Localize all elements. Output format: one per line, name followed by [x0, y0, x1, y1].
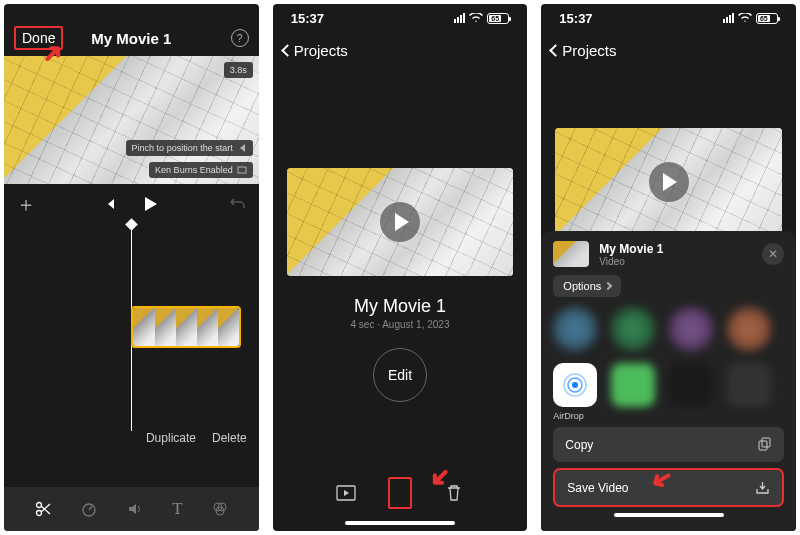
contacts-row	[553, 307, 784, 351]
detail-header: Projects	[541, 32, 796, 68]
contact-avatar[interactable]	[669, 307, 713, 351]
svg-point-8	[572, 382, 578, 388]
svg-rect-11	[759, 441, 767, 450]
project-thumbnail	[555, 128, 782, 236]
sheet-title: My Movie 1	[599, 242, 752, 256]
filters-icon[interactable]	[211, 500, 229, 518]
home-indicator[interactable]	[614, 513, 724, 517]
share-sheet-screen: 15:37 65 Projects My Movie 1 Video ✕ Opt…	[541, 4, 796, 531]
contact-avatar[interactable]	[727, 307, 771, 351]
wifi-icon	[738, 13, 752, 23]
delete-button[interactable]: Delete	[212, 431, 247, 445]
project-title: My Movie 1	[91, 30, 171, 47]
help-icon[interactable]: ?	[231, 29, 249, 47]
battery-icon: 65	[756, 13, 778, 24]
copy-action[interactable]: Copy	[553, 427, 784, 462]
status-bar: 15:37 65	[541, 4, 796, 32]
status-time: 15:37	[291, 11, 324, 26]
speed-icon[interactable]	[80, 500, 98, 518]
share-app[interactable]	[669, 363, 713, 407]
bottom-toolbar	[273, 465, 528, 521]
share-sheet: My Movie 1 Video ✕ Options AirDrop Copy	[541, 231, 796, 531]
project-thumbnail[interactable]	[287, 168, 514, 276]
scissors-icon[interactable]	[34, 500, 52, 518]
chevron-left-icon	[549, 44, 562, 57]
sheet-thumbnail	[553, 241, 589, 267]
kenburns-badge: Ken Burns Enabled	[149, 162, 253, 178]
sheet-subtitle: Video	[599, 256, 752, 267]
play-button[interactable]	[141, 195, 159, 213]
options-button[interactable]: Options	[553, 275, 621, 297]
home-indicator[interactable]	[345, 521, 455, 525]
duration-badge: 3.8s	[224, 62, 253, 78]
apps-row	[553, 363, 784, 407]
close-icon[interactable]: ✕	[762, 243, 784, 265]
play-overlay-icon[interactable]	[380, 202, 420, 242]
video-preview[interactable]: 3.8s Pinch to position the start Ken Bur…	[4, 56, 259, 184]
add-media-button[interactable]: ＋	[16, 191, 36, 218]
duplicate-button[interactable]: Duplicate	[146, 431, 196, 445]
status-time: 15:37	[559, 11, 592, 26]
share-button[interactable]	[388, 477, 412, 509]
status-bar: 15:37 65	[273, 4, 528, 32]
contact-avatar[interactable]	[611, 307, 655, 351]
pinch-hint: Pinch to position the start	[126, 140, 253, 156]
text-icon[interactable]: T	[172, 499, 182, 519]
contact-avatar[interactable]	[553, 307, 597, 351]
undo-button[interactable]	[229, 195, 247, 213]
download-icon	[755, 480, 770, 495]
kenburns-icon	[237, 165, 247, 175]
chevron-left-icon	[281, 44, 294, 57]
project-detail-screen: 15:37 65 Projects My Movie 1 4 sec · Aug…	[273, 4, 528, 531]
edit-toolbar: T	[4, 487, 259, 531]
wifi-icon	[469, 13, 483, 23]
back-button[interactable]: Projects	[283, 42, 348, 59]
chevron-right-icon	[604, 282, 612, 290]
editor-screen: Done My Movie 1 ? ➜ 3.8s Pinch to positi…	[4, 4, 259, 531]
airdrop-app[interactable]	[553, 363, 597, 407]
share-app[interactable]	[727, 363, 771, 407]
volume-icon[interactable]	[126, 500, 144, 518]
signal-icon	[454, 13, 465, 23]
battery-icon: 65	[487, 13, 509, 24]
svg-rect-12	[762, 438, 770, 447]
status-bar	[4, 4, 259, 20]
timeline[interactable]: Duplicate Delete	[4, 224, 259, 487]
detail-header: Projects	[273, 32, 528, 68]
back-button[interactable]: Projects	[551, 42, 616, 59]
project-meta: 4 sec · August 1, 2023	[273, 319, 528, 330]
video-clip[interactable]	[131, 306, 241, 348]
svg-rect-0	[238, 167, 246, 173]
edit-button[interactable]: Edit	[373, 348, 427, 402]
signal-icon	[723, 13, 734, 23]
skip-start-icon	[237, 143, 247, 153]
play-fullscreen-button[interactable]	[334, 481, 358, 505]
copy-icon	[757, 437, 772, 452]
share-app[interactable]	[611, 363, 655, 407]
skip-start-button[interactable]	[103, 197, 117, 211]
svg-point-2	[37, 511, 42, 516]
svg-point-1	[37, 503, 42, 508]
play-overlay-icon	[649, 162, 689, 202]
project-name: My Movie 1	[273, 296, 528, 317]
airdrop-label: AirDrop	[553, 411, 784, 421]
